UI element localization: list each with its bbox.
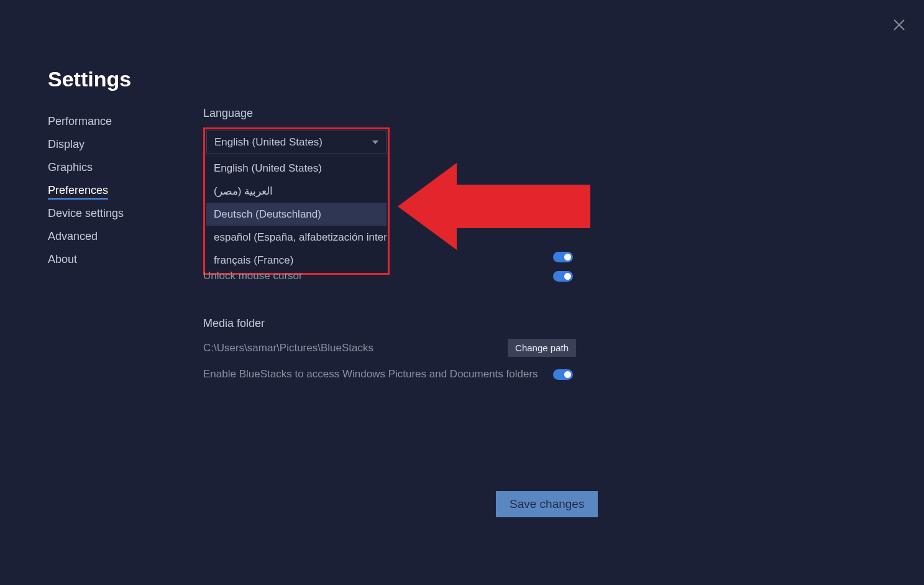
sidebar-item-label: Device settings bbox=[48, 207, 124, 219]
sidebar-item-device-settings[interactable]: Device settings bbox=[48, 202, 172, 225]
sidebar-item-graphics[interactable]: Graphics bbox=[48, 156, 172, 179]
sidebar-item-about[interactable]: About bbox=[48, 248, 172, 271]
unlock-mouse-label: Unlock mouse cursor bbox=[203, 270, 303, 282]
media-access-label: Enable BlueStacks to access Windows Pict… bbox=[203, 368, 538, 380]
save-changes-button[interactable]: Save changes bbox=[496, 491, 598, 517]
close-button[interactable] bbox=[892, 17, 907, 32]
language-section-label: Language bbox=[203, 107, 576, 120]
sidebar-item-label: About bbox=[48, 253, 77, 265]
media-access-toggle[interactable] bbox=[553, 369, 573, 380]
unlock-mouse-toggle[interactable] bbox=[553, 271, 573, 282]
language-option-english-us[interactable]: English (United States) bbox=[206, 157, 387, 180]
unlock-mouse-row: Unlock mouse cursor bbox=[203, 266, 573, 286]
change-path-button[interactable]: Change path bbox=[508, 339, 576, 357]
language-option-arabic-eg[interactable]: العربية (مصر) bbox=[206, 180, 387, 203]
settings-sidebar: Performance Display Graphics Preferences… bbox=[48, 110, 172, 271]
media-folder-section-label: Media folder bbox=[203, 317, 576, 330]
sidebar-item-display[interactable]: Display bbox=[48, 133, 172, 156]
chevron-down-icon bbox=[372, 140, 378, 144]
media-path-row: C:\Users\samar\Pictures\BlueStacks Chang… bbox=[203, 339, 576, 357]
hidden-toggle[interactable] bbox=[553, 252, 573, 262]
sidebar-item-label: Display bbox=[48, 138, 85, 150]
language-option-espanol-es[interactable]: español (España, alfabetización inter… bbox=[206, 226, 387, 249]
language-dropdown[interactable]: English (United States) bbox=[206, 131, 387, 154]
close-icon bbox=[892, 17, 907, 32]
sidebar-item-label: Performance bbox=[48, 115, 112, 127]
sidebar-item-label: Advanced bbox=[48, 230, 98, 242]
page-title: Settings bbox=[48, 67, 131, 91]
media-access-row: Enable BlueStacks to access Windows Pict… bbox=[203, 368, 573, 380]
hidden-toggle-row bbox=[203, 248, 573, 266]
sidebar-item-performance[interactable]: Performance bbox=[48, 110, 172, 133]
sidebar-item-label: Graphics bbox=[48, 161, 93, 173]
language-dropdown-value: English (United States) bbox=[214, 136, 322, 149]
sidebar-item-label: Preferences bbox=[48, 184, 108, 200]
language-option-deutsch-de[interactable]: Deutsch (Deutschland) bbox=[206, 203, 387, 226]
media-folder-path: C:\Users\samar\Pictures\BlueStacks bbox=[203, 342, 373, 354]
sidebar-item-preferences[interactable]: Preferences bbox=[48, 179, 172, 202]
sidebar-item-advanced[interactable]: Advanced bbox=[48, 225, 172, 248]
preferences-panel: Language English (United States) English… bbox=[203, 107, 576, 275]
